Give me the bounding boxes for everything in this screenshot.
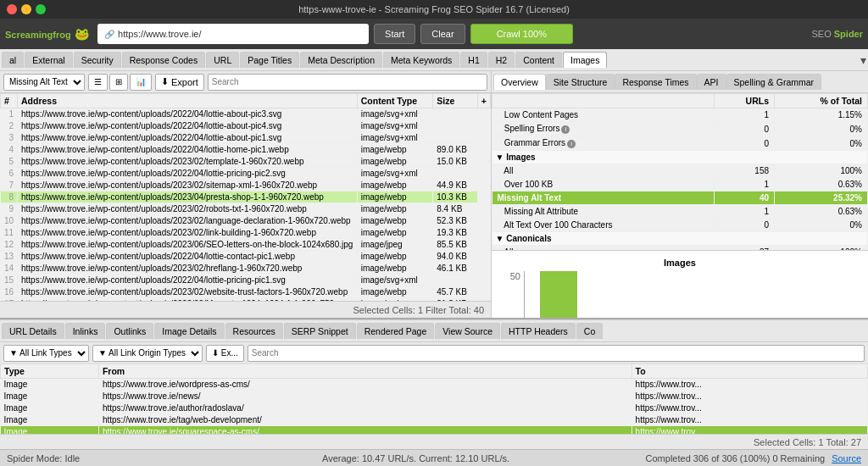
view-chart-button[interactable]: 📊 <box>130 74 152 91</box>
row-num: 5 <box>1 156 18 168</box>
table-row[interactable]: 11 https://www.trove.ie/wp-content/uploa… <box>1 227 491 239</box>
bottom-tabs-bar: URL Details Inlinks Outlinks Image Detai… <box>0 319 868 341</box>
filter-type-select[interactable]: Missing Alt Text <box>3 74 85 91</box>
row-content-type: image/svg+xml <box>357 108 433 120</box>
right-table-row[interactable]: Alt Text Over 100 Characters 0 0% <box>492 219 868 232</box>
tab-content[interactable]: Content <box>515 52 562 68</box>
crawl-button[interactable]: Crawl 100% <box>470 24 573 44</box>
bottom-search-input[interactable] <box>248 345 865 362</box>
bottom-tab-http-headers[interactable]: HTTP Headers <box>501 323 576 339</box>
tab-security[interactable]: Security <box>74 52 121 68</box>
bottom-col-to: To <box>632 364 867 379</box>
bottom-table-row[interactable]: Image https://www.trove.ie/tag/web-devel… <box>1 414 868 426</box>
row-pct: 0% <box>775 136 868 151</box>
bottom-origin-type-select[interactable]: ▼ All Link Origin Types <box>92 345 203 362</box>
table-row[interactable]: 2 https://www.trove.ie/wp-content/upload… <box>1 120 491 132</box>
bottom-tab-co[interactable]: Co <box>576 323 603 339</box>
right-table-row[interactable]: All 158 100% <box>492 164 868 178</box>
start-button[interactable]: Start <box>374 24 415 44</box>
bottom-tab-view-source[interactable]: View Source <box>435 323 500 339</box>
row-size: 85.5 KB <box>433 239 478 251</box>
tab-h2[interactable]: H2 <box>488 52 515 68</box>
view-grid-button[interactable]: ⊞ <box>109 74 128 91</box>
maximize-button[interactable] <box>36 4 46 14</box>
right-tab-site-structure[interactable]: Site Structure <box>546 74 615 90</box>
clear-button[interactable]: Clear <box>420 24 465 44</box>
row-address: https://www.trove.ie/wp-content/uploads/… <box>18 156 358 168</box>
row-label: Spelling Errorsi <box>492 122 715 136</box>
tab-h1[interactable]: H1 <box>460 52 487 68</box>
table-row[interactable]: 10 https://www.trove.ie/wp-content/uploa… <box>1 215 491 227</box>
table-row[interactable]: 16 https://www.trove.ie/wp-content/uploa… <box>1 286 491 298</box>
table-row[interactable]: 9 https://www.trove.ie/wp-content/upload… <box>1 203 491 215</box>
table-row[interactable]: 3 https://www.trove.ie/wp-content/upload… <box>1 132 491 144</box>
bottom-tab-serp-snippet[interactable]: SERP Snippet <box>284 323 356 339</box>
table-row[interactable]: 1 https://www.trove.ie/wp-content/upload… <box>1 108 491 120</box>
tab-meta-description[interactable]: Meta Description <box>300 52 382 68</box>
bottom-link-type-select[interactable]: ▼ All Link Types <box>3 345 89 362</box>
source-text: Source <box>832 453 861 463</box>
tab-al[interactable]: al <box>2 52 24 68</box>
table-row[interactable]: 6 https://www.trove.ie/wp-content/upload… <box>1 168 491 180</box>
row-num: 13 <box>1 251 18 263</box>
row-content-type: image/webp <box>357 263 433 275</box>
bottom-tab-outlinks[interactable]: Outlinks <box>106 323 153 339</box>
bottom-tab-image-details[interactable]: Image Details <box>154 323 224 339</box>
view-list-button[interactable]: ☰ <box>88 74 108 91</box>
table-row[interactable]: 7 https://www.trove.ie/wp-content/upload… <box>1 180 491 191</box>
bottom-tab-inlinks[interactable]: Inlinks <box>65 323 106 339</box>
more-icon[interactable]: ▾ <box>860 53 866 67</box>
tab-page-titles[interactable]: Page Titles <box>240 52 299 68</box>
tab-response-codes[interactable]: Response Codes <box>122 52 206 68</box>
export-button[interactable]: ⬇ Export <box>155 74 204 91</box>
table-status-text: Selected Cells: 1 Filter Total: 40 <box>353 305 484 315</box>
bottom-type: Image <box>1 426 99 435</box>
right-table-area: URLs % of Total Low Content Pages 1 1.15… <box>492 93 868 250</box>
right-tab-overview[interactable]: Overview <box>493 74 546 90</box>
tab-url[interactable]: URL <box>206 52 239 68</box>
table-row[interactable]: 4 https://www.trove.ie/wp-content/upload… <box>1 144 491 156</box>
bottom-tab-url-details[interactable]: URL Details <box>2 323 64 339</box>
table-row[interactable]: 13 https://www.trove.ie/wp-content/uploa… <box>1 251 491 263</box>
table-row[interactable]: 8 https://www.trove.ie/wp-content/upload… <box>1 191 491 203</box>
search-input[interactable] <box>208 74 487 91</box>
url-bar[interactable]: 🔗 https://www.trove.ie/ <box>97 24 369 44</box>
bottom-tab-rendered-page[interactable]: Rendered Page <box>357 323 435 339</box>
table-row[interactable]: 15 https://www.trove.ie/wp-content/uploa… <box>1 275 491 286</box>
close-button[interactable] <box>7 4 17 14</box>
overview-table: URLs % of Total Low Content Pages 1 1.15… <box>492 93 868 250</box>
bottom-table-container: Type From To Image https://www.trove.ie/… <box>0 363 868 434</box>
right-tab-response-times[interactable]: Response Times <box>615 74 696 90</box>
right-tab-spelling[interactable]: Spelling & Grammar <box>726 74 822 90</box>
right-table-row[interactable]: Missing Alt Attribute 1 0.63% <box>492 205 868 219</box>
tab-meta-keywords[interactable]: Meta Keywords <box>383 52 459 68</box>
bottom-tab-resources[interactable]: Resources <box>225 323 283 339</box>
table-row[interactable]: 12 https://www.trove.ie/wp-content/uploa… <box>1 239 491 251</box>
main-data-table: # Address Content Type Size + 1 https://… <box>0 93 491 301</box>
bottom-table-row[interactable]: Image https://www.trove.ie/wordpress-as-… <box>1 379 868 391</box>
right-table-row[interactable]: Grammar Errorsi 0 0% <box>492 136 868 151</box>
row-size <box>433 275 478 286</box>
right-table-row[interactable]: Low Content Pages 1 1.15% <box>492 108 868 122</box>
col-size: Size <box>433 94 478 108</box>
minimize-button[interactable] <box>21 4 31 14</box>
bottom-table-row[interactable]: Image https://www.trove.ie/squarespace-a… <box>1 426 868 435</box>
right-table-row[interactable]: Spelling Errorsi 0 0% <box>492 122 868 136</box>
tab-images[interactable]: Images <box>563 52 607 68</box>
right-table-row[interactable]: Missing Alt Text 40 25.32% <box>492 191 868 205</box>
row-num: 9 <box>1 203 18 215</box>
right-table-row[interactable]: Over 100 KB 1 0.63% <box>492 178 868 191</box>
table-row[interactable]: 5 https://www.trove.ie/wp-content/upload… <box>1 156 491 168</box>
bottom-export-button[interactable]: ⬇ Ex... <box>206 345 244 362</box>
right-table-row[interactable]: ▼ Canonicals <box>492 232 868 246</box>
main-nav-tabs: al External Security Response Codes URL … <box>0 49 868 71</box>
table-row[interactable]: 14 https://www.trove.ie/wp-content/uploa… <box>1 263 491 275</box>
right-table-row[interactable]: ▼ Images <box>492 151 868 164</box>
row-content-type: image/svg+xml <box>357 275 433 286</box>
right-tab-api[interactable]: API <box>697 74 726 90</box>
bottom-table-row[interactable]: Image https://www.trove.ie/author/radosl… <box>1 402 868 414</box>
row-size <box>433 108 478 120</box>
tab-external[interactable]: External <box>25 52 73 68</box>
bottom-table-row[interactable]: Image https://www.trove.ie/news/ https:/… <box>1 391 868 402</box>
bottom-status-bar: Selected Cells: 1 Total: 27 <box>0 434 868 449</box>
